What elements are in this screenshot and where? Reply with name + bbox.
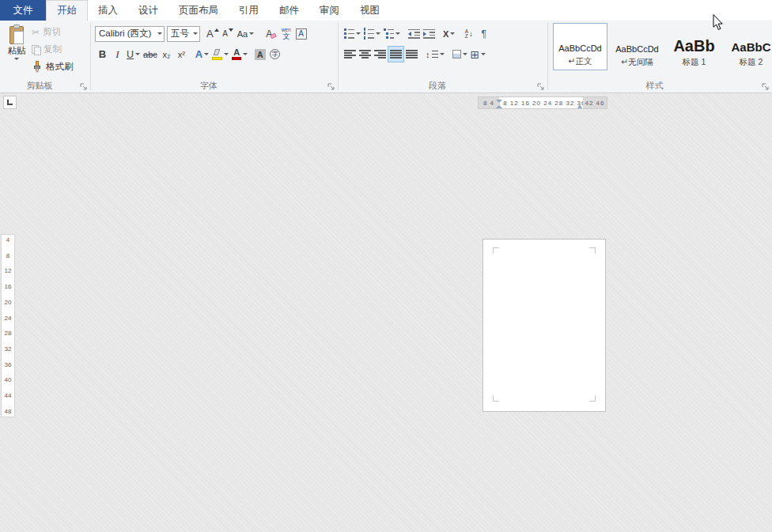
chevron-down-icon bbox=[481, 53, 486, 55]
enclose-characters-button[interactable]: 字 bbox=[267, 46, 282, 62]
show-hide-marks-button[interactable]: ¶ bbox=[476, 25, 491, 42]
grow-font-icon: A bbox=[206, 28, 214, 40]
text-effects-icon: A bbox=[195, 48, 202, 60]
crop-mark bbox=[493, 395, 499, 402]
triangle-down-icon bbox=[229, 28, 233, 32]
paragraph-dialog-launcher-icon[interactable] bbox=[537, 83, 545, 91]
style-item-heading2[interactable]: AaBbC 标题 2 bbox=[724, 23, 772, 70]
borders-icon: ⊞ bbox=[471, 49, 480, 60]
v-ruler-number: 4 bbox=[6, 236, 9, 243]
format-painter-button[interactable]: 格式刷 bbox=[32, 61, 74, 73]
strikethrough-icon: abc bbox=[143, 50, 157, 59]
right-indent-marker[interactable] bbox=[577, 104, 582, 108]
tab-home[interactable]: 开始 bbox=[46, 0, 88, 21]
subscript-button[interactable]: x₂ bbox=[159, 46, 174, 62]
indent-marker[interactable] bbox=[496, 97, 502, 110]
pilcrow-icon: ¶ bbox=[482, 28, 486, 40]
font-group: Calibri (西文) 五号 A A Aa bbox=[91, 21, 338, 92]
chevron-down-icon bbox=[440, 53, 445, 55]
phonetic-guide-button[interactable]: wén 文 bbox=[278, 25, 293, 42]
v-ruler-number: 40 bbox=[5, 376, 12, 383]
subscript-icon: x₂ bbox=[162, 50, 170, 59]
italic-icon: I bbox=[115, 48, 119, 61]
yellow-bar bbox=[212, 57, 222, 60]
font-size-select[interactable]: 五号 bbox=[167, 26, 200, 42]
grow-font-button[interactable]: A bbox=[205, 25, 221, 42]
document-page[interactable] bbox=[482, 239, 606, 412]
chevron-down-icon bbox=[395, 32, 400, 35]
character-shading-button[interactable]: A bbox=[252, 46, 267, 62]
shrink-font-button[interactable]: A bbox=[221, 25, 236, 42]
underline-button[interactable]: U bbox=[125, 46, 142, 62]
crop-mark bbox=[589, 395, 596, 402]
tab-stop-icon bbox=[7, 100, 13, 105]
multilevel-list-button[interactable] bbox=[382, 25, 402, 42]
copy-button[interactable]: 复制 bbox=[32, 43, 74, 55]
tab-page-layout[interactable]: 页面布局 bbox=[168, 0, 229, 21]
sort-button[interactable]: A Z ↓ bbox=[461, 25, 476, 42]
character-border-button[interactable]: A bbox=[293, 25, 308, 42]
sort-icon: A Z ↓ bbox=[465, 29, 473, 39]
styles-dialog-launcher-icon[interactable] bbox=[762, 83, 770, 91]
styles-group: AaBbCcDd ↵正文 AaBbCcDd ↵无间隔 AaBb 标题 1 AaB… bbox=[548, 21, 772, 92]
font-color-button[interactable]: A bbox=[230, 46, 249, 62]
style-preview: AaBb bbox=[673, 37, 714, 55]
increase-indent-button[interactable] bbox=[422, 25, 437, 42]
distribute-button[interactable] bbox=[404, 46, 419, 62]
paste-button[interactable]: 粘贴 bbox=[2, 21, 32, 81]
bullets-button[interactable] bbox=[342, 25, 362, 42]
tab-review[interactable]: 审阅 bbox=[309, 0, 350, 21]
asian-layout-button[interactable]: X bbox=[441, 25, 456, 42]
text-effects-button[interactable]: A bbox=[194, 46, 210, 62]
cut-button[interactable]: ✂ 剪切 bbox=[32, 26, 74, 38]
style-item-no-spacing[interactable]: AaBbCcDd ↵无间隔 bbox=[610, 23, 664, 70]
clear-formatting-button[interactable]: A bbox=[263, 25, 278, 42]
styles-group-label: 样式 bbox=[548, 80, 761, 92]
tab-mailings[interactable]: 邮件 bbox=[269, 0, 309, 21]
strikethrough-button[interactable]: abc bbox=[142, 46, 159, 62]
phonetic-char: 文 bbox=[282, 32, 290, 40]
tab-file[interactable]: 文件 bbox=[0, 0, 46, 21]
change-case-button[interactable]: Aa bbox=[236, 25, 255, 42]
tab-insert[interactable]: 插入 bbox=[88, 0, 128, 21]
align-center-icon bbox=[359, 49, 371, 59]
decrease-indent-button[interactable] bbox=[407, 25, 422, 42]
ribbon: 粘贴 ✂ 剪切 复制 格式刷 bbox=[0, 21, 772, 93]
red-bar bbox=[232, 57, 241, 60]
tab-view[interactable]: 视图 bbox=[350, 0, 390, 21]
sort-arrow: ↓ bbox=[469, 30, 473, 38]
font-dialog-launcher-icon[interactable] bbox=[327, 83, 335, 91]
justify-button[interactable] bbox=[388, 46, 404, 62]
clipboard-dialog-launcher-icon[interactable] bbox=[80, 83, 88, 91]
align-left-button[interactable] bbox=[342, 46, 358, 62]
v-ruler-number: 44 bbox=[5, 392, 12, 399]
line-spacing-button[interactable]: ↕ bbox=[424, 46, 446, 62]
italic-button[interactable]: I bbox=[110, 46, 125, 62]
borders-button[interactable]: ⊞ bbox=[469, 46, 488, 62]
chevron-down-icon bbox=[243, 53, 248, 55]
chevron-down-icon bbox=[135, 53, 140, 55]
tab-references[interactable]: 引用 bbox=[229, 0, 269, 21]
align-right-button[interactable] bbox=[373, 46, 388, 62]
numbering-button[interactable] bbox=[362, 25, 382, 42]
horizontal-ruler[interactable]: 8 4 4 8 12 16 20 24 28 32 36 42 46 bbox=[478, 96, 607, 109]
tab-design[interactable]: 设计 bbox=[128, 0, 168, 21]
font-name-select[interactable]: Calibri (西文) bbox=[95, 26, 165, 42]
change-case-icon: Aa bbox=[237, 29, 248, 39]
style-item-normal[interactable]: AaBbCcDd ↵正文 bbox=[553, 23, 607, 70]
chevron-down-icon bbox=[204, 53, 209, 55]
superscript-button[interactable]: x² bbox=[174, 46, 189, 62]
text-highlight-button[interactable] bbox=[210, 46, 230, 62]
tab-stop-selector[interactable] bbox=[3, 96, 17, 109]
vertical-ruler[interactable]: 4 8 12 16 20 24 28 32 36 40 44 48 bbox=[1, 234, 15, 417]
underline-icon: U bbox=[127, 49, 134, 60]
style-item-heading1[interactable]: AaBb 标题 1 bbox=[667, 23, 721, 70]
align-center-button[interactable] bbox=[358, 46, 373, 62]
character-border-icon: A bbox=[296, 28, 307, 40]
chevron-down-icon bbox=[249, 32, 254, 35]
shading-button[interactable] bbox=[451, 46, 469, 62]
decrease-indent-icon bbox=[408, 29, 420, 39]
document-area[interactable]: 8 4 4 8 12 16 20 24 28 32 36 42 46 4 8 1… bbox=[0, 93, 772, 532]
bold-button[interactable]: B bbox=[95, 46, 110, 62]
copy-label: 复制 bbox=[44, 43, 62, 55]
